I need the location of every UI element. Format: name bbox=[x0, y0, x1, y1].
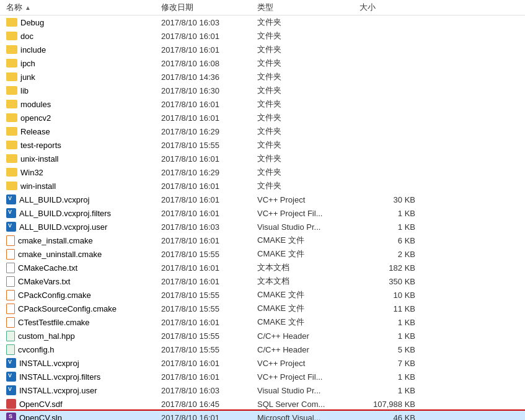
file-name-cell: cvconfig.h bbox=[0, 344, 161, 355]
file-name-label: Release bbox=[20, 127, 50, 136]
file-type-cell: 文件夹 bbox=[257, 98, 360, 110]
sln-icon bbox=[6, 413, 16, 420]
folder-icon bbox=[6, 154, 17, 163]
list-item[interactable]: lib 2017/8/10 16:30 文件夹 bbox=[0, 84, 525, 97]
folder-icon bbox=[6, 72, 17, 81]
list-item[interactable]: cmake_uninstall.cmake 2017/8/10 15:55 CM… bbox=[0, 247, 525, 261]
list-item[interactable]: test-reports 2017/8/10 15:55 文件夹 bbox=[0, 138, 525, 152]
file-name-label: INSTALL.vcxproj bbox=[19, 359, 79, 368]
file-date-cell: 2017/8/10 14:36 bbox=[161, 72, 257, 82]
file-name-cell: ALL_BUILD.vcxproj bbox=[0, 195, 161, 204]
header-name[interactable]: 名称 ▲ bbox=[0, 2, 161, 13]
list-item[interactable]: unix-install 2017/8/10 16:01 文件夹 bbox=[0, 152, 525, 165]
file-name-label: Win32 bbox=[20, 168, 43, 177]
list-item[interactable]: CTestTestfile.cmake 2017/8/10 16:01 CMAK… bbox=[0, 315, 525, 329]
file-name-cell: INSTALL.vcxproj.filters bbox=[0, 372, 161, 382]
file-name-cell: junk bbox=[0, 72, 161, 82]
list-item[interactable]: ALL_BUILD.vcxproj 2017/8/10 16:01 VC++ P… bbox=[0, 193, 525, 206]
file-date-cell: 2017/8/10 16:45 bbox=[161, 400, 257, 409]
file-type-cell: 文件夹 bbox=[257, 153, 360, 164]
list-item[interactable]: opencv2 2017/8/10 16:01 文件夹 bbox=[0, 111, 525, 125]
file-name-label: cmake_install.cmake bbox=[18, 236, 93, 245]
file-date-cell: 2017/8/10 16:01 bbox=[161, 195, 257, 204]
file-size-cell: 7 KB bbox=[360, 359, 421, 368]
file-type-cell: CMAKE 文件 bbox=[257, 303, 360, 314]
file-name-label: win-install bbox=[20, 182, 56, 191]
file-type-cell: 文件夹 bbox=[257, 58, 360, 69]
file-size-cell: 1 KB bbox=[360, 222, 421, 232]
header-icon bbox=[6, 331, 15, 341]
header-name-label: 名称 bbox=[6, 2, 22, 13]
list-item[interactable]: custom_hal.hpp 2017/8/10 15:55 C/C++ Hea… bbox=[0, 329, 525, 343]
list-item[interactable]: OpenCV.sdf 2017/8/10 16:45 SQL Server Co… bbox=[0, 397, 525, 411]
file-name-label: CTestTestfile.cmake bbox=[18, 318, 90, 327]
list-item[interactable]: ipch 2017/8/10 16:08 文件夹 bbox=[0, 56, 525, 70]
file-name-cell: doc bbox=[0, 32, 161, 41]
file-size-cell: 1 KB bbox=[360, 318, 421, 327]
list-item[interactable]: CPackSourceConfig.cmake 2017/8/10 15:55 … bbox=[0, 302, 525, 315]
vcxproj-icon bbox=[6, 385, 16, 395]
folder-icon bbox=[6, 100, 17, 108]
vcxproj-icon bbox=[6, 372, 16, 382]
file-name-label: INSTALL.vcxproj.user bbox=[19, 386, 97, 395]
list-item[interactable]: doc 2017/8/10 16:01 文件夹 bbox=[0, 29, 525, 43]
sdf-icon bbox=[6, 399, 16, 409]
list-item[interactable]: ALL_BUILD.vcxproj.user 2017/8/10 16:03 V… bbox=[0, 220, 525, 234]
file-name-label: CMakeVars.txt bbox=[18, 277, 70, 286]
vcxproj-icon bbox=[6, 195, 16, 204]
file-name-cell: Win32 bbox=[0, 168, 161, 177]
list-item[interactable]: CPackConfig.cmake 2017/8/10 15:55 CMAKE … bbox=[0, 288, 525, 302]
file-name-cell: CPackSourceConfig.cmake bbox=[0, 304, 161, 314]
file-name-cell: ALL_BUILD.vcxproj.filters bbox=[0, 208, 161, 218]
list-item[interactable]: ALL_BUILD.vcxproj.filters 2017/8/10 16:0… bbox=[0, 206, 525, 220]
list-item[interactable]: INSTALL.vcxproj 2017/8/10 16:01 VC++ Pro… bbox=[0, 356, 525, 370]
header-size[interactable]: 大小 bbox=[360, 2, 421, 13]
file-name-label: ALL_BUILD.vcxproj.user bbox=[19, 222, 107, 232]
list-item[interactable]: include 2017/8/10 16:01 文件夹 bbox=[0, 43, 525, 56]
list-item[interactable]: INSTALL.vcxproj.filters 2017/8/10 16:01 … bbox=[0, 370, 525, 383]
file-date-cell: 2017/8/10 16:01 bbox=[161, 413, 257, 421]
file-size-cell: 1 KB bbox=[360, 386, 421, 395]
file-type-cell: 文件夹 bbox=[257, 44, 360, 55]
list-item[interactable]: CMakeVars.txt 2017/8/10 16:01 文本文档 350 K… bbox=[0, 274, 525, 288]
list-item[interactable]: OpenCV.sln 2017/8/10 16:01 Microsoft Vis… bbox=[0, 411, 525, 420]
vcxproj-icon bbox=[6, 358, 16, 368]
file-size-cell: 5 KB bbox=[360, 345, 421, 354]
list-item[interactable]: CMakeCache.txt 2017/8/10 16:01 文本文档 182 … bbox=[0, 261, 525, 274]
list-item[interactable]: Win32 2017/8/10 16:29 文件夹 bbox=[0, 165, 525, 179]
file-type-cell: 文件夹 bbox=[257, 17, 360, 28]
file-date-cell: 2017/8/10 15:55 bbox=[161, 345, 257, 354]
list-item[interactable]: cmake_install.cmake 2017/8/10 16:01 CMAK… bbox=[0, 234, 525, 247]
file-date-cell: 2017/8/10 16:01 bbox=[161, 318, 257, 327]
file-date-cell: 2017/8/10 16:30 bbox=[161, 86, 257, 95]
header-icon bbox=[6, 344, 15, 355]
file-type-cell: 文件夹 bbox=[257, 30, 360, 42]
list-item[interactable]: junk 2017/8/10 14:36 文件夹 bbox=[0, 70, 525, 84]
file-name-cell: unix-install bbox=[0, 154, 161, 164]
folder-icon bbox=[6, 141, 17, 149]
vcxproj-icon bbox=[6, 208, 16, 218]
file-type-cell: 文件夹 bbox=[257, 167, 360, 178]
file-date-cell: 2017/8/10 16:03 bbox=[161, 18, 257, 27]
file-date-cell: 2017/8/10 16:01 bbox=[161, 45, 257, 55]
file-type-cell: CMAKE 文件 bbox=[257, 248, 360, 260]
file-name-cell: Release bbox=[0, 127, 161, 136]
list-item[interactable]: Debug 2017/8/10 16:03 文件夹 bbox=[0, 15, 525, 29]
list-item[interactable]: modules 2017/8/10 16:01 文件夹 bbox=[0, 97, 525, 111]
file-name-cell: cmake_install.cmake bbox=[0, 235, 161, 246]
file-name-label: cmake_uninstall.cmake bbox=[18, 250, 102, 259]
vcxproj-icon bbox=[6, 222, 16, 232]
file-rows-container: Debug 2017/8/10 16:03 文件夹 doc 2017/8/10 … bbox=[0, 15, 525, 420]
file-name-cell: CMakeCache.txt bbox=[0, 263, 161, 273]
list-item[interactable]: Release 2017/8/10 16:29 文件夹 bbox=[0, 125, 525, 138]
file-size-cell: 30 KB bbox=[360, 195, 421, 204]
list-item[interactable]: INSTALL.vcxproj.user 2017/8/10 16:03 Vis… bbox=[0, 383, 525, 397]
file-name-cell: lib bbox=[0, 86, 161, 95]
file-name-label: OpenCV.sdf bbox=[19, 400, 63, 409]
file-date-cell: 2017/8/10 16:01 bbox=[161, 113, 257, 123]
file-size-cell: 1 KB bbox=[360, 372, 421, 382]
header-type[interactable]: 类型 bbox=[257, 2, 360, 13]
list-item[interactable]: cvconfig.h 2017/8/10 15:55 C/C++ Header … bbox=[0, 343, 525, 356]
header-date[interactable]: 修改日期 bbox=[161, 2, 257, 13]
list-item[interactable]: win-install 2017/8/10 16:01 文件夹 bbox=[0, 179, 525, 193]
